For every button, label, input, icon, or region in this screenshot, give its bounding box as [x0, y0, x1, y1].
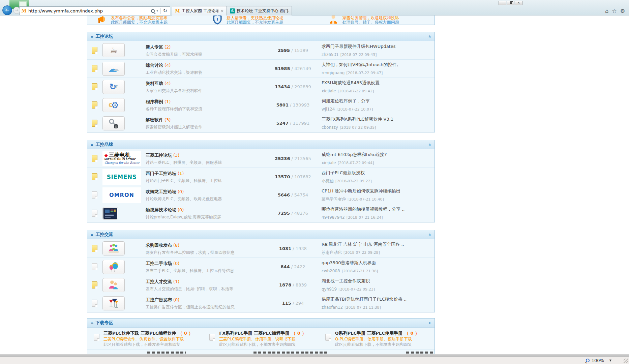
last-post-title[interactable]: FX5U与威纶通R485通讯设置	[322, 80, 435, 86]
sync-arrows-icon[interactable]: ↻↺	[102, 80, 125, 94]
forum-link[interactable]: 欧姆龙工控论坛	[146, 189, 176, 194]
last-post-user[interactable]: zhz6531	[322, 52, 339, 57]
cocktail-glasses-icon[interactable]	[102, 296, 125, 310]
download-forum-link[interactable]: Q系列PLC手册 三菱PLC使用手册	[335, 331, 402, 336]
last-post-title[interactable]: 哪位有普洛菲斯的触摸屏视频教程，分享 ..	[322, 206, 435, 212]
home-icon[interactable]: ⌂	[605, 8, 608, 14]
section-title[interactable]: 工控论坛	[95, 33, 113, 39]
forum-link[interactable]: 求购回收发布	[146, 243, 172, 248]
forum-link[interactable]: 触摸屏技术论坛	[146, 207, 176, 212]
last-post-title[interactable]: 大神们，如何用VB编写Intouch的控件。	[322, 62, 435, 68]
forum-link[interactable]: 解密软件	[146, 117, 163, 122]
back-button[interactable]: ←	[2, 5, 12, 15]
minimize-button[interactable]: —	[499, 1, 506, 5]
download-note: 此区只能看贴和下载，不能发表主题和回复	[103, 342, 193, 346]
last-post-title[interactable]: 威纶mt 6103ip怎样和fx5u连接?	[322, 152, 435, 158]
announcement-row: 发布各种公告，奖励与惩罚宣布此区只能回复，不允许发表主题!新人请来看，更快熟悉使…	[87, 16, 435, 25]
favorites-star-icon[interactable]: ☆	[612, 8, 617, 14]
section-title[interactable]: 工控品牌	[95, 142, 113, 148]
forum-link[interactable]: 西门子工控论坛	[146, 171, 176, 176]
url-text[interactable]: http://www.ymmfa.com/index.php	[28, 8, 151, 13]
last-post-title[interactable]: 三菱FX系列A系列PLC解密软件 V3.1	[322, 116, 435, 122]
forum-link[interactable]: 资料互助	[146, 81, 163, 86]
last-post-user[interactable]: xiejiale	[322, 160, 336, 165]
resize-grip[interactable]	[624, 359, 628, 363]
forum-link[interactable]: 工控二手市场	[146, 261, 172, 266]
keys-icon[interactable]	[102, 116, 125, 130]
new-post-count: (3)	[164, 117, 171, 122]
download-sub-link[interactable]: 三菱PLC编程软件、仿真软件、设置软件下载	[103, 337, 193, 341]
forum-row: ↻↺资料互助(4)大家互相交流共享各种资料软件13434 / 292839FX5…	[87, 78, 435, 96]
last-post-title[interactable]: 西门子PLC最新版授权	[322, 170, 435, 176]
download-sub-link[interactable]: Q-PLC编程手册、使用手册、模块手册下载	[335, 337, 419, 341]
restore-button[interactable]	[507, 1, 514, 5]
last-post-title[interactable]: 湖北找一工控合作或兼职	[322, 278, 435, 284]
last-post-time: [2018-07-21 10:40]	[348, 197, 384, 202]
gears-icon[interactable]: ⚙⚙	[102, 98, 125, 112]
last-post-user[interactable]: cwb2008	[322, 269, 340, 273]
last-post-user[interactable]: xiejiale	[322, 89, 336, 93]
last-post-user[interactable]: cbonszy	[322, 125, 338, 130]
address-bar[interactable]: M http://www.ymmfa.com/index.php ▾ ↻	[19, 6, 170, 15]
refresh-icon[interactable]: ↻	[163, 8, 167, 14]
last-post-title[interactable]: CP1H 脉冲中断后如何恢复脉冲继续输出	[322, 188, 435, 194]
omron-logo[interactable]: OMRON	[102, 187, 141, 203]
last-post-user[interactable]: 494987942	[322, 215, 345, 220]
last-post-title[interactable]: gap3500普洛菲斯人机界面	[322, 260, 435, 266]
last-post-title[interactable]: Re:黑龙江 吉林 辽宁 山东 河南等全国各 ..	[322, 241, 435, 247]
collapse-section-icon[interactable]: «	[427, 143, 432, 146]
topic-post-counts: 844 / 2422	[264, 264, 322, 269]
last-post-title[interactable]: 求西门子最新硬件升级包HWUpdates	[322, 43, 435, 50]
last-post-user[interactable]: 苏南自动化	[322, 250, 342, 255]
topic-post-counts: 1031 / 1938	[264, 246, 322, 251]
last-post-user[interactable]: 小魔仙	[322, 179, 334, 183]
zoom-control[interactable]: 100% ▼	[586, 358, 611, 363]
forum-link[interactable]: 三菱工控论坛	[146, 153, 172, 158]
last-post-user[interactable]: 菜鸟学习者@	[322, 197, 346, 202]
topic-post-counts: 7295 / 48276	[264, 211, 322, 216]
close-button[interactable]: ×	[515, 1, 522, 5]
forum-description: 大家互相交流共享各种资料软件	[146, 88, 262, 94]
collapse-section-icon[interactable]: «	[427, 233, 432, 236]
tab-close-icon[interactable]: ×	[220, 9, 224, 13]
zoom-dropdown-icon[interactable]: ▼	[609, 359, 611, 362]
balloons-icon[interactable]	[102, 260, 125, 274]
two-persons-icon[interactable]	[102, 278, 125, 292]
section-title[interactable]: 工控交流	[95, 232, 113, 238]
folder-status-icon	[92, 83, 97, 90]
forward-button[interactable]: →	[13, 7, 20, 14]
forum-link[interactable]: 工控人才交流	[146, 279, 172, 284]
last-post-user[interactable]: renqiguang	[322, 70, 345, 75]
download-forum-link[interactable]: 三菱PLC软件下载 三菱PLC编程软件	[103, 331, 176, 336]
last-post-user[interactable]: wjl124	[322, 107, 335, 112]
search-dropdown-icon[interactable]: ▾	[156, 9, 158, 12]
last-post-title[interactable]: 供应正品TBI导轨丝杆西门子PLC模块价格 ..	[322, 296, 435, 302]
download-sub-link[interactable]: 三菱PLC编程手册、使用手册、说明书下载	[219, 337, 306, 341]
last-post-time: [2018-07-22 09:35]	[340, 125, 376, 130]
chat-clouds-icon[interactable]: ☁☁	[102, 62, 125, 76]
siemens-logo[interactable]: SIEMENS	[102, 169, 141, 185]
browser-tab-1[interactable]: M工控人家园 工控论坛×	[172, 6, 227, 16]
forum-link[interactable]: 工控广告发布	[146, 297, 172, 302]
folder-status-icon	[92, 263, 97, 270]
forum-link[interactable]: 综合讨论	[146, 63, 163, 68]
section-title[interactable]: 下载专区	[95, 320, 113, 326]
collapse-section-icon[interactable]: «	[427, 322, 432, 324]
people-group-icon[interactable]	[102, 241, 125, 255]
forum-link[interactable]: 程序样例	[146, 99, 163, 104]
download-forum-link[interactable]: FX系列PLC手册 三菱PLC编程手册	[219, 331, 289, 336]
last-post-user[interactable]: zhaofan12	[322, 305, 343, 310]
touchscreen-icon[interactable]	[102, 207, 118, 220]
search-icon[interactable]	[151, 9, 155, 13]
collapse-section-icon[interactable]: «	[427, 35, 432, 38]
last-post-title[interactable]: 伺服定位程序例子，分享	[322, 98, 435, 104]
last-post-user[interactable]: qyh919	[322, 287, 337, 292]
coffee-cup-icon[interactable]: ☕	[102, 43, 125, 57]
folder-status-icon	[92, 300, 97, 307]
mitsubishi-logo[interactable]: ◆三菱电机MITSUBISHI ELECTRICChanges for the …	[102, 151, 141, 166]
settings-gear-icon[interactable]: ⚙	[620, 8, 625, 14]
last-post-time: [2018-07-21 16:24]	[347, 215, 383, 220]
forum-link[interactable]: 新人专区	[146, 44, 163, 50]
browser-tab-2[interactable]: S技术论坛-工业支持中心-西门...	[227, 6, 292, 16]
status-bar: 100% ▼	[0, 357, 629, 364]
